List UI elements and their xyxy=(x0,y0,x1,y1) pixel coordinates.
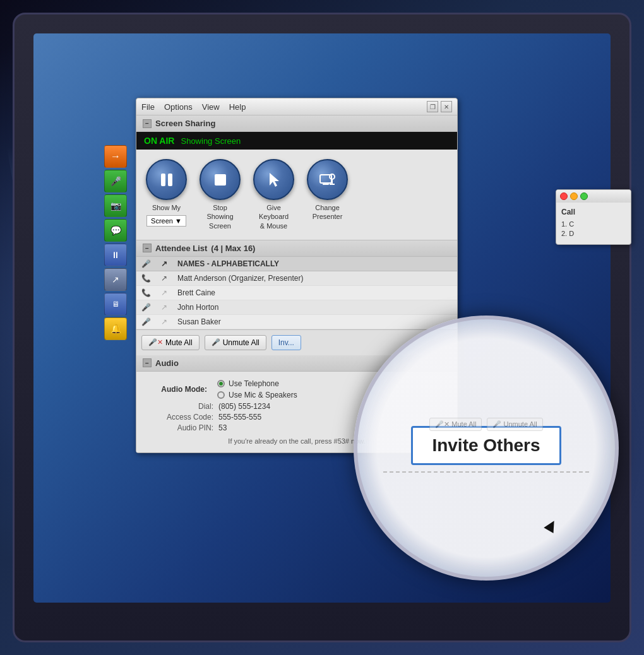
share-button[interactable]: → xyxy=(104,145,127,168)
pause-button[interactable]: ⏸ xyxy=(104,244,127,266)
window-controls: ❐ ✕ xyxy=(427,101,452,112)
notify-icon: 🔔 xyxy=(110,324,121,334)
give-keyboard-group: GiveKeyboard& Mouse xyxy=(253,159,294,230)
invite-others-small-button[interactable]: Inv... xyxy=(271,335,301,350)
attendee-mic-icon: 🎤 xyxy=(136,300,156,314)
screen-icon: 🖥 xyxy=(112,300,119,309)
menu-view[interactable]: View xyxy=(202,102,220,112)
menu-help[interactable]: Help xyxy=(229,102,246,112)
magnifier-content: 🎤✕ Mute All 🎤 Unmute All Invite Others ▲ xyxy=(357,319,615,577)
share-icon: → xyxy=(110,151,121,162)
attendee-mic-muted-icon: 🎤 xyxy=(136,314,156,329)
pause-icon-svg xyxy=(157,170,176,189)
mic-speakers-label: Use Mic & Speakers xyxy=(229,391,297,399)
svg-rect-5 xyxy=(323,183,329,185)
pointer-button[interactable]: ↗ xyxy=(104,268,127,291)
unmute-all-button[interactable]: 🎤 Unmute All xyxy=(205,335,266,350)
chat-button[interactable]: 💬 xyxy=(104,219,127,242)
audio-mode-label: Audio Mode: xyxy=(144,385,207,394)
svg-rect-2 xyxy=(215,174,226,186)
mac-close-button[interactable] xyxy=(560,192,568,200)
mic-header-icon: 🎤 xyxy=(141,259,151,268)
show-my-label: Show My xyxy=(152,203,181,212)
dial-label: Dial: xyxy=(144,402,213,411)
audio-title: Audio xyxy=(155,358,179,368)
pin-label: Audio PIN: xyxy=(144,423,213,432)
on-air-bar: ON AIR Showing Screen xyxy=(136,132,457,150)
attendee-list-header: − Attendee List (4 | Max 16) xyxy=(136,240,457,257)
screen-sharing-header: − Screen Sharing xyxy=(136,115,457,132)
showing-screen-label: Showing Screen xyxy=(181,136,241,146)
magnifier-mute-bg: 🎤✕ Mute All xyxy=(429,418,482,431)
presenter-label: ChangePresenter xyxy=(313,203,343,221)
collapse-attendee-list[interactable]: − xyxy=(143,244,152,252)
svg-rect-1 xyxy=(168,174,172,186)
notify-button[interactable]: 🔔 xyxy=(104,317,127,340)
invite-others-button[interactable]: Invite Others xyxy=(411,426,561,465)
attendee-phone-icon: 📞 xyxy=(136,271,156,285)
mute-icon: 🎤✕ xyxy=(148,338,163,346)
menu-options[interactable]: Options xyxy=(164,102,193,112)
svg-marker-3 xyxy=(270,173,279,187)
second-window-content: Call 1. C 2. D xyxy=(556,203,631,244)
dial-value: (805) 555-1234 xyxy=(218,402,270,411)
mic-button[interactable]: 🎤 xyxy=(104,170,127,192)
attendee-table: 🎤 ↗ NAMES - ALPHABETICALLY 📞 ↗ Matt Ande… xyxy=(136,257,457,329)
attendee-name[interactable]: Brett Caine xyxy=(172,285,457,300)
attendee-phone-icon: 📞 xyxy=(136,285,156,300)
stop-icon-svg xyxy=(211,170,230,189)
screen-dropdown[interactable]: Screen ▼ xyxy=(146,215,186,227)
close-button[interactable]: ✕ xyxy=(441,101,452,112)
cursor-icon-svg xyxy=(265,170,283,189)
table-row: 📞 ↗ Matt Anderson (Organizer, Presenter) xyxy=(136,271,457,285)
attendee-cursor-icon: ↗ xyxy=(156,271,172,285)
stop-label: StopShowingScreen xyxy=(206,203,233,230)
keyboard-button[interactable] xyxy=(253,159,294,200)
screen-sharing-title: Screen Sharing xyxy=(155,119,215,128)
restore-button[interactable]: ❐ xyxy=(427,101,438,112)
pause-control-button[interactable] xyxy=(146,159,187,200)
telephone-radio[interactable] xyxy=(217,380,225,387)
chat-icon: 💬 xyxy=(110,225,121,235)
camera-button[interactable]: 📷 xyxy=(104,194,127,217)
magnifier-bg-buttons: 🎤✕ Mute All 🎤 Unmute All xyxy=(429,418,542,431)
presenter-button[interactable] xyxy=(307,159,348,200)
use-mic-option[interactable]: Use Mic & Speakers xyxy=(217,391,297,399)
pause-icon: ⏸ xyxy=(111,250,120,260)
menu-file[interactable]: File xyxy=(141,102,155,112)
access-code-label: Access Code: xyxy=(144,413,213,422)
list-item: 1. C xyxy=(561,220,626,228)
mic-icon: 🎤 xyxy=(110,176,121,186)
svg-rect-0 xyxy=(161,174,165,186)
attendee-name[interactable]: John Horton xyxy=(172,300,457,314)
second-window: Call 1. C 2. D xyxy=(556,189,631,245)
table-row: 🎤 ↗ John Horton xyxy=(136,300,457,314)
collapse-screen-sharing[interactable]: − xyxy=(143,119,152,128)
mute-all-button[interactable]: 🎤✕ Mute All xyxy=(141,335,200,350)
attendee-name[interactable]: Matt Anderson (Organizer, Presenter) xyxy=(172,271,457,285)
attendee-count: (4 | Max 16) xyxy=(211,244,255,253)
cursor-arrow: ▲ xyxy=(539,511,566,539)
collapse-audio[interactable]: − xyxy=(143,358,152,367)
controls-area: Show My Screen ▼ StopShowingScreen GiveK… xyxy=(136,150,457,240)
cursor-header-icon: ↗ xyxy=(161,259,167,268)
audio-radio-group: Use Telephone Use Mic & Speakers xyxy=(217,379,297,399)
mic-radio[interactable] xyxy=(217,391,225,399)
show-my-screen-group: Show My Screen ▼ xyxy=(146,159,187,227)
screen-dropdown-label: Screen ▼ xyxy=(151,217,182,225)
use-telephone-option[interactable]: Use Telephone xyxy=(217,379,297,388)
names-col-header: NAMES - ALPHABETICALLY xyxy=(172,257,457,271)
mic-col-header: 🎤 xyxy=(136,257,156,271)
list-item: 2. D xyxy=(561,230,626,237)
second-window-title: Call xyxy=(561,208,626,216)
screen-share-button[interactable]: 🖥 xyxy=(104,293,127,316)
camera-icon: 📷 xyxy=(110,201,121,211)
mac-maximize-button[interactable] xyxy=(580,192,588,200)
second-window-titlebar xyxy=(556,190,631,203)
mac-minimize-button[interactable] xyxy=(570,192,578,200)
pin-value: 53 xyxy=(218,423,227,432)
keyboard-label: GiveKeyboard& Mouse xyxy=(259,203,289,230)
unmute-icon: 🎤 xyxy=(212,338,220,346)
attendee-cursor-icon: ↗ xyxy=(156,300,172,314)
stop-button[interactable] xyxy=(200,159,241,200)
